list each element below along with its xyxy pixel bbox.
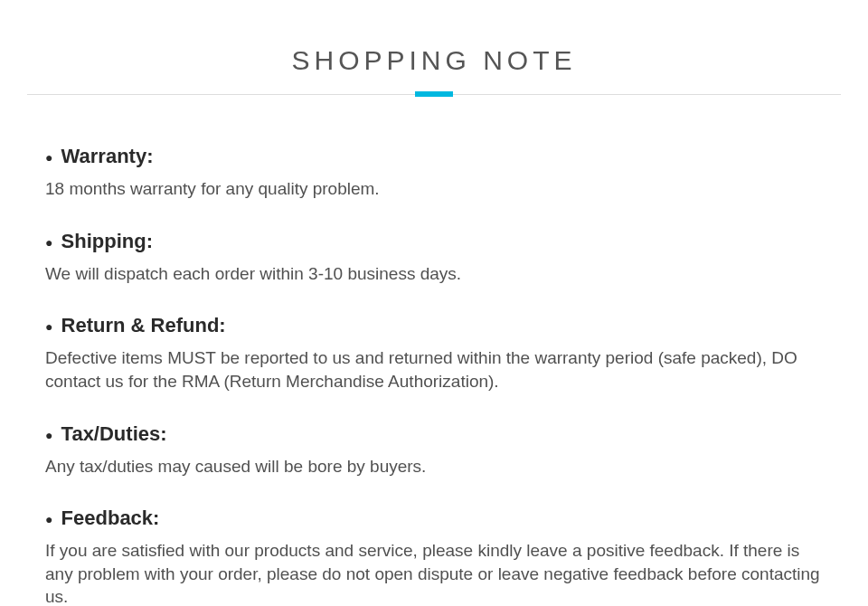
content-area: ● Warranty: 18 months warranty for any q… xyxy=(27,95,841,606)
note-body-tax: Any tax/duties may caused will be bore b… xyxy=(45,455,823,478)
heading-text: Warranty: xyxy=(61,145,154,167)
note-shipping: ● Shipping: We will dispatch each order … xyxy=(45,230,823,286)
note-return: ● Return & Refund: Defective items MUST … xyxy=(45,314,823,393)
bullet-icon: ● xyxy=(45,235,52,250)
bullet-icon: ● xyxy=(45,150,52,165)
header-section: SHOPPING NOTE xyxy=(27,0,841,95)
accent-bar xyxy=(415,91,453,97)
bullet-icon: ● xyxy=(45,319,52,334)
note-heading-tax: ● Tax/Duties: xyxy=(45,422,823,446)
heading-text: Return & Refund: xyxy=(61,314,226,336)
note-tax: ● Tax/Duties: Any tax/duties may caused … xyxy=(45,422,823,478)
note-heading-return: ● Return & Refund: xyxy=(45,314,823,337)
note-heading-feedback: ● Feedback: xyxy=(45,507,823,530)
note-body-shipping: We will dispatch each order within 3-10 … xyxy=(45,262,823,286)
note-body-return: Defective items MUST be reported to us a… xyxy=(45,346,823,393)
note-heading-warranty: ● Warranty: xyxy=(45,145,823,168)
note-warranty: ● Warranty: 18 months warranty for any q… xyxy=(45,145,823,201)
note-feedback: ● Feedback: If you are satisfied with ou… xyxy=(45,507,823,606)
page-container: SHOPPING NOTE ● Warranty: 18 months warr… xyxy=(0,0,868,606)
heading-text: Shipping: xyxy=(61,230,153,252)
bullet-icon: ● xyxy=(45,512,52,526)
note-body-feedback: If you are satisfied with our products a… xyxy=(45,539,823,606)
heading-text: Tax/Duties: xyxy=(61,422,167,445)
page-title: SHOPPING NOTE xyxy=(27,45,841,76)
divider-line xyxy=(27,94,841,95)
bullet-icon: ● xyxy=(45,428,52,442)
note-body-warranty: 18 months warranty for any quality probl… xyxy=(45,177,823,201)
note-heading-shipping: ● Shipping: xyxy=(45,230,823,253)
heading-text: Feedback: xyxy=(61,507,160,529)
